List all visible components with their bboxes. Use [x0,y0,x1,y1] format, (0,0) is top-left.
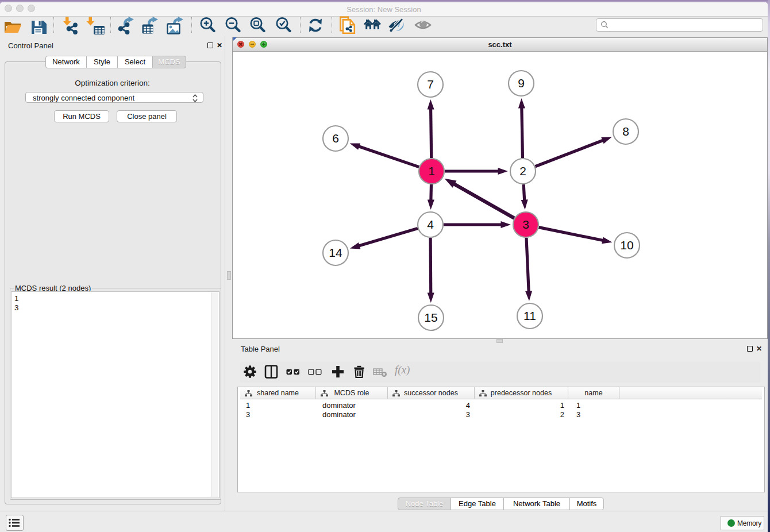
svg-text:3: 3 [522,218,529,231]
svg-text:10: 10 [620,238,633,252]
svg-text:9: 9 [518,76,525,90]
svg-text:15: 15 [424,311,437,324]
svg-text:2: 2 [519,164,526,178]
svg-text:7: 7 [427,78,434,91]
svg-text:1: 1 [428,164,435,178]
svg-text:11: 11 [523,309,536,322]
svg-text:14: 14 [329,246,342,259]
svg-text:6: 6 [332,132,339,145]
svg-text:4: 4 [427,218,434,231]
svg-text:8: 8 [622,125,629,138]
